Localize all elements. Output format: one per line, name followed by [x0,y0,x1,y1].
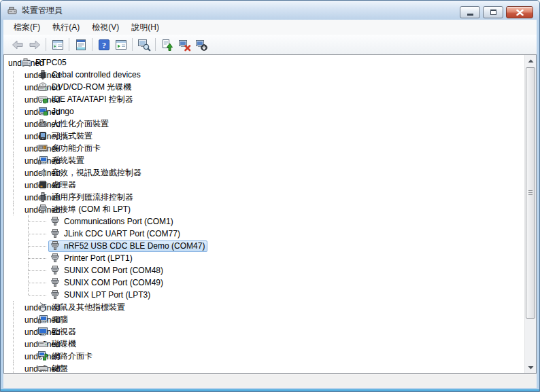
port-icon [50,253,61,264]
tree-item[interactable]: SUNIX LPT Port (LPT3) [4,289,524,301]
expander-icon[interactable]: undefined [24,315,33,323]
tree-item-label: 磁碟機 [52,338,76,349]
back-icon[interactable] [9,36,26,53]
tree-item-label: 網路介面卡 [52,351,92,361]
expander-icon[interactable]: undefined [24,132,33,140]
tree-item[interactable]: undefined 鍵盤 [4,362,524,374]
toolbar-separator [69,38,69,51]
expander-icon[interactable]: undefined [24,144,33,152]
expander-icon[interactable]: undefined [24,83,33,91]
tree-item[interactable]: undefined DVD/CD-ROM 光碟機 [4,81,524,93]
tree-item-label: Printer Port (LPT1) [64,253,133,264]
expander-icon[interactable]: undefined [24,327,33,336]
tree-item-label: IDE ATA/ATAPI 控制器 [52,94,133,105]
menu-item-help[interactable]: 說明(H) [125,20,165,35]
tree-view: undefined RTPC05 undefined Cebal control… [3,54,537,374]
close-button[interactable] [506,6,533,18]
tree-item-label: JLink CDC UART Port (COM77) [64,228,180,239]
tree-item[interactable]: undefined 連接埠 (COM 和 LPT) [4,203,524,215]
tree-item-label: 鍵盤 [52,363,68,374]
minimize-icon [467,14,473,16]
vertical-scrollbar[interactable] [524,55,536,373]
expander-icon[interactable]: undefined [24,352,33,360]
tree-item[interactable]: undefined 監視器 [4,325,524,338]
scroll-down-button[interactable] [525,361,536,373]
scroll-up-button[interactable] [525,55,536,67]
tree-item[interactable]: undefined 磁碟機 [4,338,524,350]
portable-device-icon [37,130,48,141]
expander-icon[interactable]: undefined [24,205,33,213]
tree-item[interactable]: undefined 處理器 [4,179,524,191]
tree-item[interactable]: undefined IDE ATA/ATAPI 控制器 [4,93,524,105]
expander-icon[interactable]: undefined [24,156,33,164]
expander-icon[interactable]: undefined [24,95,33,103]
tree-item-label: Communications Port (COM1) [64,216,173,227]
scrollbar-thumb[interactable] [526,67,535,319]
uninstall-icon[interactable] [175,36,192,53]
system-device-icon [37,155,48,166]
tree-item[interactable]: Communications Port (COM1) [4,215,524,228]
port-icon [50,265,61,276]
port-icon [50,277,61,288]
help-icon[interactable]: ? [95,36,112,53]
tree-item[interactable]: undefined RTPC05 [4,56,524,69]
toolbar-separator [132,38,133,51]
tree-item[interactable]: undefined 多功能介面卡 [4,142,524,154]
tree-item[interactable]: undefined 通用序列匯流排控制器 [4,191,524,203]
tree-item[interactable]: undefined Jungo [4,105,524,118]
minimize-button[interactable] [460,6,480,18]
title-bar[interactable]: 裝置管理員 [1,1,539,20]
expander-icon[interactable]: undefined [24,340,33,348]
scan-hardware-icon[interactable] [135,36,152,53]
expander-icon[interactable]: undefined [8,58,16,67]
hid-icon [37,118,48,129]
tree-item[interactable]: undefined 滑鼠及其他指標裝置 [4,301,524,313]
menu-item-file[interactable]: 檔案(F) [7,20,46,35]
update-driver-icon[interactable] [158,36,175,53]
window-controls [460,6,533,18]
tree-item[interactable]: Printer Port (LPT1) [4,252,524,264]
tree-item[interactable]: SUNIX COM Port (COM49) [4,277,524,289]
expander-icon[interactable]: undefined [24,364,33,372]
tree-item-label: 電腦 [52,314,68,325]
expander-icon[interactable]: undefined [24,193,33,201]
expander-icon[interactable]: undefined [24,168,33,177]
tree-item[interactable]: undefined 系統裝置 [4,154,524,166]
expander-icon[interactable]: undefined [24,303,33,311]
menu-item-action[interactable]: 執行(A) [46,20,86,35]
expander-icon[interactable]: undefined [24,120,33,128]
tree-item[interactable]: undefined Cebal controlled devices [4,69,524,81]
menu-item-view[interactable]: 檢視(V) [86,20,125,35]
action-pane-icon[interactable] [112,36,129,53]
tree-item[interactable]: undefined 音效，視訊及遊戲控制器 [4,166,524,179]
device-tree: undefined RTPC05 undefined Cebal control… [4,56,524,374]
restore-button[interactable] [483,6,503,18]
scrollbar-grip [528,190,533,196]
window-bottom-border [1,389,539,391]
monitor-icon [37,326,48,337]
tree-item-label: 通用序列匯流排控制器 [52,192,133,202]
tree-item-label: 處理器 [52,179,76,190]
tree-item[interactable]: undefined 電腦 [4,313,524,325]
device-manager-icon [7,5,18,16]
computer-device-icon [37,314,48,325]
tree-item-label: Jungo [52,106,74,117]
expander-icon[interactable]: undefined [24,181,33,189]
forward-icon[interactable] [26,36,43,53]
tree-item[interactable]: undefined 人性化介面裝置 [4,118,524,130]
disable-icon[interactable] [192,36,209,53]
expander-icon[interactable]: undefined [24,71,33,79]
scroll-down-icon [528,366,534,370]
tree-item[interactable]: undefined 網路介面卡 [4,350,524,362]
tree-item[interactable]: undefined 可攜式裝置 [4,130,524,142]
tree-item-selected[interactable]: nRF52 USB CDC BLE Demo (COM47) [4,240,524,252]
tree-item[interactable]: SUNIX COM Port (COM48) [4,264,524,277]
menu-bar: 檔案(F)執行(A)檢視(V)說明(H) [3,20,537,35]
audio-icon [37,167,48,178]
console-tree-icon[interactable] [49,36,66,53]
tree-item-label: nRF52 USB CDC BLE Demo (COM47) [64,240,205,251]
properties-icon[interactable] [72,36,89,53]
expander-icon[interactable]: undefined [24,107,33,115]
restore-icon [490,10,496,15]
tree-item[interactable]: JLink CDC UART Port (COM77) [4,228,524,240]
